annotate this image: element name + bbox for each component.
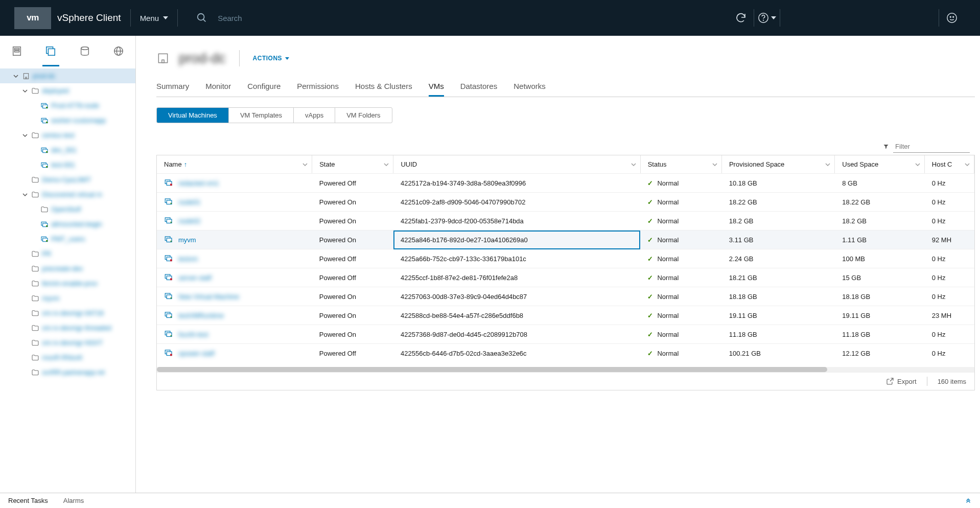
svg-point-20 bbox=[46, 106, 48, 108]
tree-item[interactable]: test-001 bbox=[0, 157, 135, 172]
hostcpu-cell: 92 MH bbox=[925, 230, 974, 249]
table-row[interactable]: node01Powered On42251c09-2af8-d909-5046-… bbox=[157, 193, 974, 212]
subtab-vapps[interactable]: vApps bbox=[294, 108, 335, 123]
used-cell: 100 MB bbox=[835, 249, 925, 268]
search-input[interactable] bbox=[218, 14, 371, 22]
divider bbox=[130, 9, 131, 27]
subtab-vm-folders[interactable]: VM Folders bbox=[335, 108, 391, 123]
used-cell: 15 GB bbox=[835, 268, 925, 287]
table-row[interactable]: server-staffPowered Off42255ccf-1b8f-87e… bbox=[157, 268, 974, 287]
used-cell: 18.22 GB bbox=[835, 193, 925, 212]
vm-name-link[interactable]: server-staff bbox=[178, 274, 212, 282]
app-title: vSphere Client bbox=[57, 12, 121, 24]
table-row[interactable]: testVMRuntimePowered On422588cd-be88-54e… bbox=[157, 306, 974, 325]
tree-item[interactable]: deployed bbox=[0, 83, 135, 98]
table-row[interactable]: New Virtual MachinePowered On42257063-00… bbox=[157, 287, 974, 306]
svg-point-35 bbox=[46, 240, 48, 241]
tree-item[interactable]: vm-rv-devmgr-04718 bbox=[0, 306, 135, 320]
table-row[interactable]: vpower-staffPowered Off422556cb-6446-d7b… bbox=[157, 344, 974, 363]
subtab-vm-templates[interactable]: VM Templates bbox=[229, 108, 294, 123]
tab-permissions[interactable]: Permissions bbox=[297, 77, 339, 97]
subtab-virtual-machines[interactable]: Virtual Machines bbox=[157, 108, 229, 123]
column-header[interactable]: Used Space bbox=[835, 155, 924, 173]
sidebar-tab-vms[interactable] bbox=[34, 36, 67, 66]
tab-configure[interactable]: Configure bbox=[247, 77, 281, 97]
svg-rect-46 bbox=[170, 184, 172, 186]
filter-input[interactable] bbox=[893, 141, 970, 153]
table-row[interactable]: testvmPowered Off4225a66b-752c-cb97-133c… bbox=[157, 249, 974, 268]
column-header[interactable]: Host C bbox=[924, 155, 974, 173]
search-icon[interactable] bbox=[196, 12, 207, 24]
used-cell: 18.2 GB bbox=[835, 212, 925, 230]
uuid-cell: 42257368-9d87-de0d-4d45-c2089912b708 bbox=[393, 325, 640, 344]
tree-item[interactable]: vm-rv-devmgr-NSXT bbox=[0, 335, 135, 350]
sidebar: prod-dcdeployedProd-4778-nodeworker-cust… bbox=[0, 36, 136, 493]
column-header[interactable]: Provisioned Space bbox=[721, 155, 834, 173]
tree-item[interactable]: prod-dc bbox=[0, 68, 135, 83]
tree-item[interactable]: vm-rv-devmgr-threaded bbox=[0, 320, 135, 335]
user-menu[interactable] bbox=[939, 12, 965, 24]
tree-item[interactable]: myvm bbox=[0, 291, 135, 306]
svg-point-6 bbox=[953, 16, 954, 17]
tree-item[interactable]: worker-customapp bbox=[0, 113, 135, 128]
tree-item[interactable]: precreate-dev bbox=[0, 261, 135, 276]
tree-item[interactable]: fenrim-enable-prov bbox=[0, 276, 135, 291]
uuid-cell: 4225a66b-752c-cb97-133c-336179ba101c bbox=[393, 249, 640, 268]
column-header[interactable]: Name↑ bbox=[157, 155, 312, 173]
horizontal-scrollbar[interactable] bbox=[157, 367, 974, 372]
vm-name-link[interactable]: myvm bbox=[178, 236, 196, 244]
tree-item[interactable]: Demo-CpuLIMIT bbox=[0, 172, 135, 187]
menu-dropdown[interactable]: Menu bbox=[140, 14, 169, 22]
tab-hosts-clusters[interactable]: Hosts & Clusters bbox=[355, 77, 412, 97]
tree-item[interactable]: OpenStuff bbox=[0, 202, 135, 217]
vm-name-link[interactable]: vpower-staff bbox=[178, 350, 215, 357]
sidebar-tab-hosts[interactable] bbox=[0, 36, 34, 66]
sidebar-tab-network[interactable] bbox=[102, 36, 135, 66]
help-dropdown[interactable] bbox=[754, 12, 780, 24]
vm-name-link[interactable]: node02 bbox=[178, 217, 200, 225]
uuid-cell: 422556cb-6446-d7b5-02cd-3aaea3e32e6c bbox=[393, 344, 640, 363]
vm-name-link[interactable]: testvm bbox=[178, 255, 198, 263]
table-row[interactable]: node02Powered On4225fab1-2379-9dcd-f200-… bbox=[157, 212, 974, 230]
tree-item[interactable]: dev_001 bbox=[0, 143, 135, 157]
tree-item[interactable]: PR bbox=[0, 246, 135, 261]
provisioned-cell: 11.18 GB bbox=[722, 325, 835, 344]
vm-name-link[interactable]: testVMRuntime bbox=[178, 312, 224, 319]
table-row[interactable]: myvmPowered On4225a846-b176-892d-0e27-10… bbox=[157, 230, 974, 249]
tab-datastores[interactable]: Datastores bbox=[460, 77, 498, 97]
tab-vms[interactable]: VMs bbox=[429, 77, 444, 97]
vm-name-link[interactable]: fourth-test bbox=[178, 331, 208, 338]
tree-item[interactable]: PMT_users bbox=[0, 232, 135, 246]
column-header[interactable]: UUID bbox=[393, 155, 640, 173]
column-header[interactable]: Status bbox=[640, 155, 721, 173]
tree-item[interactable]: centos-test bbox=[0, 128, 135, 143]
refresh-button[interactable] bbox=[728, 12, 754, 24]
tree-item[interactable]: Prod-4778-node bbox=[0, 98, 135, 113]
uuid-cell: 42257063-00d8-37e3-89c9-04ed64d4bc87 bbox=[393, 287, 640, 306]
table-row[interactable]: redacted-vm1Powered Off4225172a-b194-374… bbox=[157, 174, 974, 193]
check-icon: ✓ bbox=[647, 198, 653, 206]
state-cell: Powered On bbox=[312, 325, 393, 344]
actions-dropdown[interactable]: ACTIONS bbox=[253, 55, 290, 62]
column-header[interactable]: State bbox=[312, 155, 393, 173]
tab-summary[interactable]: Summary bbox=[156, 77, 189, 97]
filter-icon[interactable] bbox=[883, 144, 889, 150]
sidebar-tab-storage[interactable] bbox=[68, 36, 102, 66]
vm-name-link[interactable]: node01 bbox=[178, 198, 200, 206]
table-row[interactable]: fourth-testPowered On42257368-9d87-de0d-… bbox=[157, 325, 974, 344]
tree-item[interactable]: Discovered virtual m bbox=[0, 187, 135, 202]
used-cell: 8 GB bbox=[835, 174, 925, 193]
tree-item[interactable]: rnovR-RNovK bbox=[0, 350, 135, 365]
hostcpu-cell: 0 Hz bbox=[925, 174, 974, 193]
tree-item[interactable]: allmounted-begin bbox=[0, 217, 135, 232]
vm-name-link[interactable]: New Virtual Machine bbox=[178, 293, 239, 301]
tab-networks[interactable]: Networks bbox=[514, 77, 546, 97]
uuid-cell: 4225a846-b176-892d-0e27-10a4106269a0 bbox=[393, 230, 640, 249]
uuid-cell: 422588cd-be88-54e4-a57f-c286e5ddf6b8 bbox=[393, 306, 640, 325]
export-button[interactable]: Export bbox=[886, 377, 917, 385]
tree-item[interactable]: ovrRR-partnerapp-rel bbox=[0, 365, 135, 380]
vm-name-link[interactable]: redacted-vm1 bbox=[178, 179, 219, 187]
inventory-tree[interactable]: prod-dcdeployedProd-4778-nodeworker-cust… bbox=[0, 66, 135, 493]
svg-rect-58 bbox=[170, 260, 172, 262]
tab-monitor[interactable]: Monitor bbox=[205, 77, 231, 97]
